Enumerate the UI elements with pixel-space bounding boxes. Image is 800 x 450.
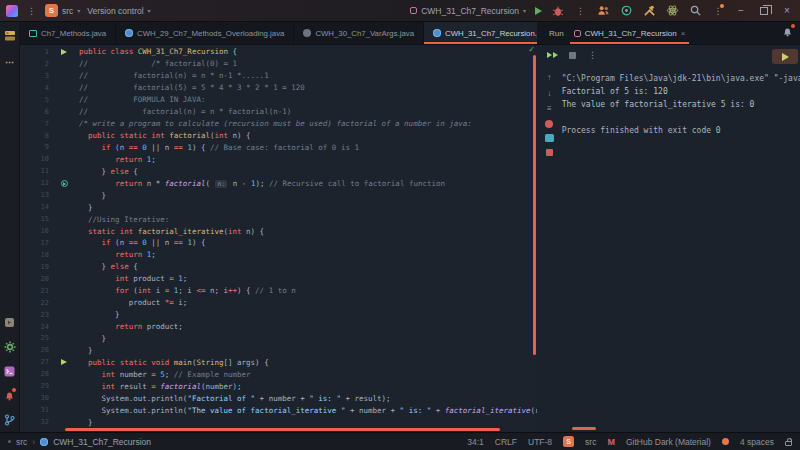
terminal-icon[interactable] — [4, 366, 15, 377]
line-number: 31 — [20, 406, 54, 414]
editor-tab[interactable]: Ch7_Methods.java — [20, 22, 116, 44]
code-line[interactable]: 22 product *= i; — [20, 297, 532, 309]
build-tools-icon[interactable] — [642, 4, 656, 18]
line-number: 30 — [20, 394, 54, 402]
code-line[interactable]: 8 public static int factorial(int n) { — [20, 130, 532, 142]
code-line[interactable]: 1public class CWH_31_Ch7_Recursion { — [20, 46, 532, 58]
scroll-to-end-icon[interactable] — [545, 120, 553, 128]
project-structure-icon[interactable] — [4, 30, 16, 41]
line-number: 9 — [20, 143, 54, 151]
ide-services-icon[interactable] — [619, 4, 633, 18]
line-number: 20 — [20, 275, 54, 283]
code-line[interactable]: 25 } — [20, 333, 532, 345]
line-number: 18 — [20, 251, 54, 259]
close-button[interactable]: × — [780, 5, 794, 16]
line-number: 5 — [20, 96, 54, 104]
status-project-name[interactable]: src — [585, 437, 596, 447]
lock-icon[interactable] — [785, 441, 792, 446]
code-line[interactable]: 24 return product; — [20, 321, 532, 333]
inspections-ok-icon[interactable]: ✓ — [528, 45, 535, 54]
java-class-icon — [303, 29, 311, 37]
code-with-me-users-icon[interactable] — [596, 4, 610, 18]
code-editor[interactable]: 1public class CWH_31_Ch7_Recursion {2// … — [20, 45, 537, 432]
code-line[interactable]: 4// factorial(5) = 5 * 4 * 3 * 2 * 1 = 1… — [20, 82, 532, 94]
code-line[interactable]: 29 int result = factorial(number); — [20, 380, 532, 392]
code-line[interactable]: 21 for (int i = 1; i <= n; i++) { // 1 t… — [20, 285, 532, 297]
play-button-highlighted[interactable] — [772, 49, 798, 64]
project-widget[interactable]: S src ▾ — [45, 4, 80, 17]
code-line[interactable]: 27 public static void main(String[] args… — [20, 356, 532, 368]
run-gutter-icon[interactable] — [61, 359, 67, 365]
minimize-button[interactable]: − — [734, 5, 748, 16]
notifications-bell-icon[interactable] — [782, 26, 793, 37]
file-encoding[interactable]: UTF-8 — [528, 437, 552, 447]
editor-tab[interactable]: CWH_29_Ch7_Methods_Overloading.java — [116, 22, 294, 44]
restore-button[interactable] — [757, 4, 771, 18]
indent-setting[interactable]: 4 spaces — [740, 437, 774, 447]
code-line[interactable]: 17 if (n == 0 || n == 1) { — [20, 237, 532, 249]
run-config-selector[interactable]: CWH_31_Ch7_Recursion ▾ — [410, 6, 526, 16]
code-line[interactable]: 20 int product = 1; — [20, 273, 532, 285]
stop-button[interactable] — [569, 52, 576, 59]
breadcrumb-file[interactable]: CWH_31_Ch7_Recursion — [53, 437, 151, 447]
vcs-widget[interactable]: Version control ▾ — [87, 6, 150, 16]
down-stack-trace-icon[interactable]: ↓ — [547, 89, 551, 98]
code-line[interactable]: 12 return n * factorial( n: n - 1); // R… — [20, 177, 532, 189]
code-line[interactable]: 7/* write a program to calculate (recurs… — [20, 118, 532, 130]
print-icon[interactable] — [545, 134, 554, 142]
notifications-bell-icon[interactable] — [4, 390, 15, 401]
line-ending[interactable]: CRLF — [495, 437, 517, 447]
more-run-options-button[interactable]: ⋮ — [574, 6, 587, 16]
debug-button[interactable] — [551, 4, 565, 18]
run-button[interactable] — [535, 7, 542, 15]
run-more-options-button[interactable]: ⋮ — [586, 50, 599, 60]
code-line[interactable]: 26 } — [20, 344, 532, 356]
recursive-call-icon[interactable] — [61, 180, 68, 187]
soft-wrap-icon[interactable]: ≡ — [547, 104, 552, 113]
horizontal-scrollbar[interactable] — [65, 428, 500, 431]
caret-position[interactable]: 34:1 — [467, 437, 484, 447]
code-line[interactable]: 18 return 1; — [20, 249, 532, 261]
editor-tab[interactable]: CWH_30_Ch7_VarArgs.java — [294, 22, 424, 44]
run-tab[interactable]: CWH_31_Ch7_Recursion × — [574, 22, 686, 44]
up-stack-trace-icon[interactable]: ↑ — [547, 73, 551, 82]
run-gutter-icon[interactable] — [61, 49, 67, 55]
theme-name[interactable]: GitHub Dark (Material) — [626, 437, 711, 447]
code-line[interactable]: 14 } — [20, 201, 532, 213]
code-line[interactable]: 31 System.out.println("The value of fact… — [20, 404, 532, 416]
git-branch-icon[interactable] — [4, 414, 15, 426]
left-toolbar: ⋯ — [0, 22, 20, 432]
code-line[interactable]: 10 return 1; — [20, 153, 532, 165]
code-line[interactable]: 5// FORMULA IN JAVA: — [20, 94, 532, 106]
services-gear-icon[interactable] — [4, 341, 16, 353]
clear-console-icon[interactable] — [546, 149, 553, 156]
code-line[interactable]: 19 } else { — [20, 261, 532, 273]
main-menu-button[interactable]: ⋮ — [25, 6, 38, 16]
code-line[interactable]: 11 } else { — [20, 165, 532, 177]
run-tool-icon[interactable] — [4, 317, 15, 328]
more-tool-windows-icon[interactable]: ⋯ — [5, 57, 14, 67]
ai-assistant-icon[interactable] — [665, 4, 679, 18]
code-line[interactable]: 28 int number = 5; // Example number — [20, 368, 532, 380]
code-line[interactable]: 13 } — [20, 189, 532, 201]
console-output[interactable]: "C:\Program Files\Java\jdk-21\bin\java.e… — [562, 65, 800, 432]
code-line[interactable]: 6// factorial(n) = n * factorial(n-1) — [20, 106, 532, 118]
code-line[interactable]: 9 if (n == 0 || n == 1) { // Base case: … — [20, 142, 532, 154]
breadcrumb-src[interactable]: src — [16, 437, 27, 447]
search-everywhere-icon[interactable] — [688, 4, 702, 18]
code-line[interactable]: 30 System.out.println("Factorial of " + … — [20, 392, 532, 404]
rerun-button[interactable] — [547, 52, 559, 58]
code-line[interactable]: 3// factorial(n) = n * n-1 *.....1 — [20, 70, 532, 82]
code-line[interactable]: 2// /* factorial(0) = 1 — [20, 58, 532, 70]
chevron-down-icon: ▾ — [148, 7, 151, 14]
code-line[interactable]: 23 } — [20, 309, 532, 321]
code-line[interactable]: 15 //Using Iterative: — [20, 213, 532, 225]
vertical-scrollbar[interactable] — [533, 55, 536, 355]
console-horizontal-scrollbar[interactable] — [572, 427, 596, 430]
close-run-tab-icon[interactable]: × — [681, 29, 686, 38]
code-line[interactable]: 32 } — [20, 416, 532, 428]
tab-label: CWH_31_Ch7_Recursion.java — [445, 29, 551, 38]
accent-color-dot-icon[interactable] — [722, 438, 729, 445]
code-line[interactable]: 16 static int factorial_iterative(int n)… — [20, 225, 532, 237]
settings-menu-icon[interactable]: ⋮ — [711, 4, 725, 18]
